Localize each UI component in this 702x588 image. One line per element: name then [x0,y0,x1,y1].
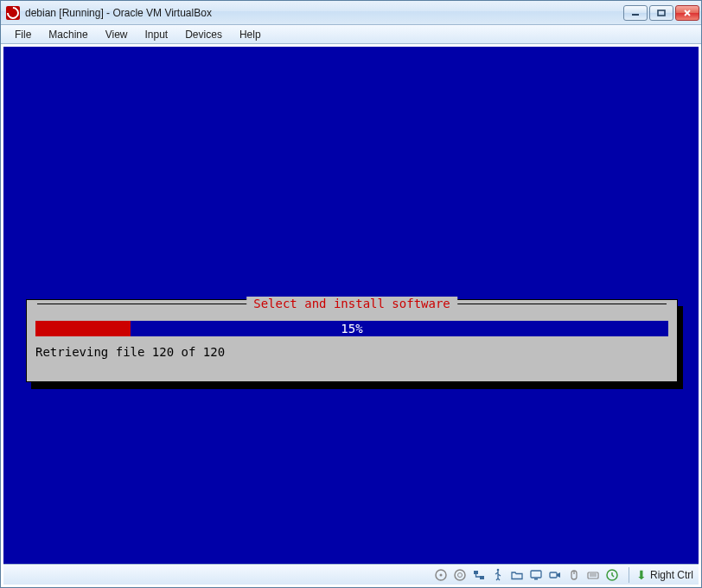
dialog-title-bar: Select and install software [27,300,677,309]
svg-point-3 [439,573,442,576]
usb-icon[interactable] [490,567,506,583]
display-icon[interactable] [528,567,544,583]
video-capture-icon[interactable] [547,567,563,583]
menu-bar: File Machine View Input Devices Help [1,25,701,44]
keyboard-captured-icon[interactable] [585,567,601,583]
host-key-indicator[interactable]: ⬇ Right Ctrl [629,567,693,583]
window-title: debian [Running] - Oracle VM VirtualBox [25,7,212,19]
mouse-integration-icon[interactable] [566,567,582,583]
menu-file[interactable]: File [6,27,40,42]
svg-rect-11 [550,572,557,578]
close-button[interactable] [675,5,699,21]
installer-status-text: Retrieving file 120 of 120 [35,345,668,359]
vm-status-bar: ⬇ Right Ctrl [3,564,699,585]
network-icon[interactable] [471,567,487,583]
dialog-title: Select and install software [246,297,457,310]
svg-rect-10 [534,578,538,580]
svg-rect-7 [480,576,484,579]
guest-display[interactable]: Select and install software 15% Retrievi… [3,47,699,564]
vm-content-area: Select and install software 15% Retrievi… [1,44,701,587]
svg-rect-6 [474,571,478,574]
window-titlebar: debian [Running] - Oracle VM VirtualBox [1,1,701,25]
svg-point-8 [497,568,500,571]
maximize-button[interactable] [649,5,673,21]
svg-rect-0 [632,14,639,16]
menu-input[interactable]: Input [137,27,177,42]
svg-rect-9 [531,571,541,578]
minimize-button[interactable] [623,5,648,21]
progress-percent-label: 15% [35,322,668,336]
menu-help[interactable]: Help [231,27,270,42]
shared-folders-icon[interactable] [509,567,525,583]
progress-bar: 15% [35,321,668,336]
hard-disk-icon[interactable] [433,567,449,583]
window-controls [623,5,699,21]
host-key-label: Right Ctrl [650,569,693,581]
menu-view[interactable]: View [97,27,137,42]
menu-machine[interactable]: Machine [40,27,96,42]
menu-devices[interactable]: Devices [176,27,231,42]
svg-point-5 [457,572,462,577]
installer-dialog: Select and install software 15% Retrievi… [26,299,678,382]
svg-point-4 [455,570,465,580]
virtualbox-app-icon [6,6,20,20]
host-key-arrow-icon: ⬇ [636,568,647,582]
svg-rect-1 [658,10,665,16]
optical-drive-icon[interactable] [452,567,468,583]
guest-additions-icon[interactable] [604,567,620,583]
